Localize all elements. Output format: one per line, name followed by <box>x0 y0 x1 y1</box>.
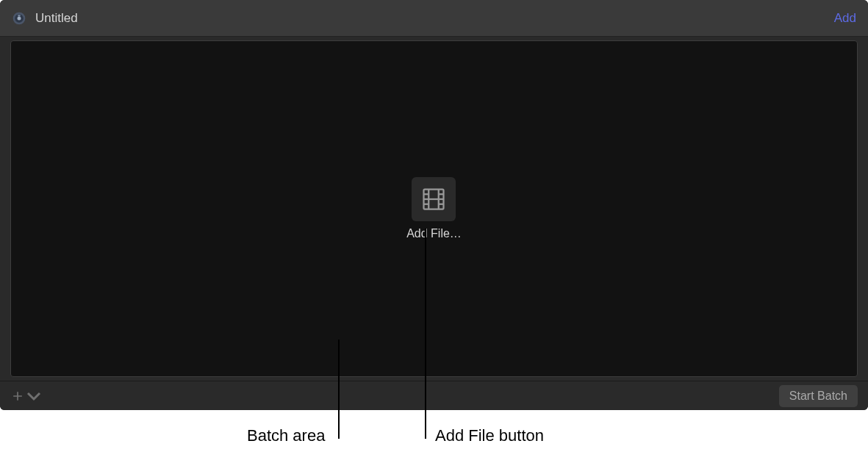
document-title: Untitled <box>35 11 834 26</box>
film-icon <box>412 177 456 221</box>
svg-point-3 <box>18 16 21 20</box>
batch-area[interactable]: Add File… <box>10 40 858 377</box>
window-footer: Start Batch <box>0 381 868 410</box>
chevron-down-icon <box>26 389 41 403</box>
add-menu-button[interactable] <box>10 389 41 403</box>
callout-label-add-file: Add File button <box>435 426 544 445</box>
add-file-button[interactable]: Add File… <box>406 177 462 240</box>
compressor-window: Untitled Add Add File… <box>0 0 868 410</box>
add-file-label: Add File… <box>406 227 462 240</box>
svg-rect-2 <box>18 15 20 17</box>
start-batch-button[interactable]: Start Batch <box>779 385 858 407</box>
plus-icon <box>10 389 25 403</box>
app-icon <box>12 11 26 26</box>
callout-label-batch-area: Batch area <box>247 426 325 445</box>
add-button[interactable]: Add <box>834 11 856 26</box>
window-header: Untitled Add <box>0 0 868 37</box>
